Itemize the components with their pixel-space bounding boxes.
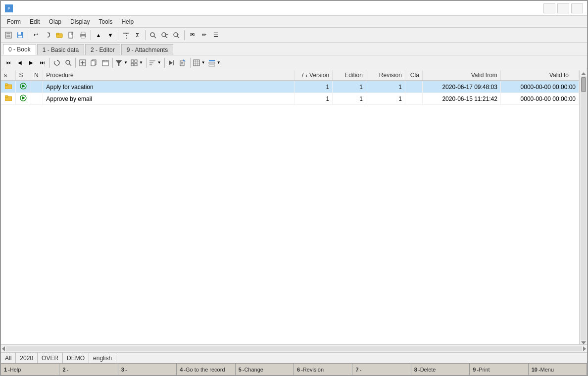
cell-valid-to: 0000-00-00 00:00:00 (500, 93, 579, 105)
sep5 (184, 30, 185, 40)
fn6-revision[interactable]: 6 -Revision (294, 364, 352, 375)
menu-tools[interactable]: Tools (95, 16, 116, 27)
tab-0-book[interactable]: 0 - Book (3, 44, 36, 55)
status-over: OVER (38, 353, 63, 363)
col-header-procedure[interactable]: Procedure (43, 70, 294, 81)
menu-olap[interactable]: Olap (45, 16, 65, 27)
svg-rect-10 (56, 33, 59, 35)
fn10-label: -Menu (539, 367, 554, 373)
open-btn[interactable] (54, 30, 65, 41)
new-btn[interactable] (66, 30, 77, 41)
filter-dropdown-arrow: ▼ (123, 60, 129, 65)
fn10-menu[interactable]: 10 -Menu (529, 364, 587, 375)
menu-help[interactable]: Help (117, 16, 138, 27)
menu-form[interactable]: Form (3, 16, 25, 27)
col-header-cla[interactable]: Cla (405, 70, 422, 81)
fn9-label: -Print (477, 367, 490, 373)
menu-display[interactable]: Display (66, 16, 94, 27)
grid4-dropdown-arrow: ▼ (216, 60, 222, 65)
table-row[interactable]: Approve by email1112020-06-15 11:21:4200… (1, 93, 579, 105)
fn5-label: -Change (243, 367, 263, 373)
search3-btn[interactable]: - (171, 30, 182, 41)
col-header-valid-from[interactable]: Valid from (422, 70, 500, 81)
fn5-change[interactable]: 5 -Change (236, 364, 294, 375)
col-header-revision[interactable]: Revision (366, 70, 405, 81)
scroll-left-btn[interactable] (2, 346, 5, 351)
filter-btn[interactable]: ⋮ (120, 30, 131, 41)
refresh-btn[interactable] (51, 57, 62, 68)
sum-btn[interactable]: Σ (132, 30, 143, 41)
fn9-print[interactable]: 9 -Print (470, 364, 528, 375)
minimize-button[interactable] (543, 3, 555, 13)
fn8-delete[interactable]: 8 -Delete (411, 364, 470, 375)
fn7-label: - (360, 367, 362, 373)
svg-line-18 (154, 36, 156, 38)
search1-btn[interactable] (147, 30, 158, 41)
col-header-ss[interactable]: S (16, 70, 31, 81)
fn1-help[interactable]: 1 -Help (1, 364, 59, 375)
col-header-s[interactable]: s (1, 70, 16, 81)
insert-btn[interactable] (77, 57, 88, 68)
fn2[interactable]: 2 - (59, 364, 118, 375)
sep4 (145, 30, 146, 40)
grid-dropdown[interactable]: ▼ (130, 57, 145, 68)
play-icon (20, 83, 27, 90)
tab-2-editor[interactable]: 2 - Editor (85, 44, 120, 55)
toolbar: ↩ ▲ ▼ ⋮ Σ - ✉ ✏ ☰ (1, 28, 587, 43)
print-btn[interactable] (78, 30, 89, 41)
col-header-n[interactable]: N (31, 70, 43, 81)
list-btn[interactable]: ☰ (210, 30, 221, 41)
nav-toolbar: ⏮ ◀ ▶ ⏭ ▼ ▼ ▼ (1, 55, 587, 70)
first-record-btn[interactable]: ⏮ (3, 57, 14, 68)
sort-dropdown[interactable]: ▼ (148, 57, 163, 68)
fn10-number: 10 (532, 367, 538, 373)
edit-btn[interactable]: ✏ (198, 30, 209, 41)
redo-btn[interactable] (42, 30, 53, 41)
svg-marker-25 (53, 61, 55, 63)
undo-btn[interactable]: ↩ (30, 30, 41, 41)
table-header-row: s S N Procedure / ₁ Version Edition Revi… (1, 70, 579, 81)
scroll-thumb[interactable] (581, 77, 586, 92)
tab-1-basic-data[interactable]: 1 - Basic data (37, 44, 84, 55)
save-btn[interactable] (15, 30, 26, 41)
col-header-version[interactable]: / ₁ Version (294, 70, 333, 81)
filter-dropdown[interactable]: ▼ (114, 57, 129, 68)
last-record-btn[interactable]: ⏭ (37, 57, 48, 68)
maximize-button[interactable] (557, 3, 569, 13)
up-arrow-btn[interactable]: ▲ (93, 30, 104, 41)
col-header-valid-to[interactable]: Valid to (500, 70, 579, 81)
down-arrow-btn[interactable]: ▼ (105, 30, 116, 41)
copy-btn[interactable] (89, 57, 99, 68)
cell-revision: 1 (366, 93, 405, 105)
menu-edit[interactable]: Edit (26, 16, 44, 27)
close-button[interactable] (571, 3, 583, 13)
sep2 (91, 30, 91, 40)
fn4-goto[interactable]: 4 -Go to the record (177, 364, 235, 375)
email-btn[interactable]: ✉ (187, 30, 197, 41)
status-language: english (89, 353, 116, 363)
search-btn[interactable] (63, 57, 74, 68)
tabs: 0 - Book 1 - Basic data 2 - Editor 9 - A… (1, 43, 587, 55)
fn3-number: 3 (121, 367, 124, 373)
tab-9-attachments[interactable]: 9 - Attachments (121, 44, 173, 55)
grid3-dropdown[interactable]: ▼ (192, 57, 207, 68)
fn7[interactable]: 7 - (352, 364, 411, 375)
nav-right-btn[interactable] (166, 57, 177, 68)
horizontal-scrollbar[interactable] (1, 344, 587, 352)
search2-btn[interactable] (159, 30, 170, 41)
fn5-number: 5 (239, 367, 242, 373)
form-btn[interactable] (3, 30, 14, 41)
vertical-scrollbar[interactable] (579, 70, 587, 344)
prev-record-btn[interactable]: ◀ (14, 57, 25, 68)
next-record-btn[interactable]: ▶ (26, 57, 37, 68)
calendar-btn[interactable] (100, 57, 111, 68)
scroll-up-btn[interactable] (581, 72, 586, 75)
table-row[interactable]: Apply for vacation1112020-06-17 09:48:03… (1, 81, 579, 93)
fn6-number: 6 (297, 367, 300, 373)
col-header-edition[interactable]: Edition (333, 70, 366, 81)
export-btn[interactable] (178, 57, 189, 68)
grid4-dropdown[interactable]: ▼ (207, 57, 222, 68)
svg-rect-8 (18, 36, 22, 38)
fn3[interactable]: 3 - (118, 364, 177, 375)
scroll-right-btn[interactable] (583, 346, 586, 351)
